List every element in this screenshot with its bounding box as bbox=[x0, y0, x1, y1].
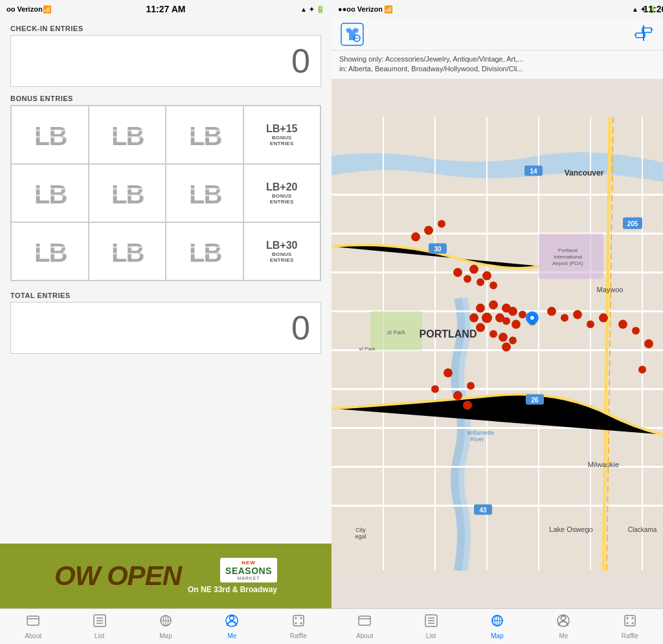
svg-point-121 bbox=[502, 317, 510, 325]
bonus-cell-1-2[interactable]: LB bbox=[89, 106, 166, 164]
tab-map-left[interactable]: Map bbox=[133, 614, 199, 639]
tab-raffle-left[interactable]: Raffle bbox=[265, 614, 332, 639]
svg-text:Vancouver: Vancouver bbox=[565, 168, 604, 177]
svg-point-159 bbox=[631, 617, 633, 619]
tab-bar-left: About List Map Me Raffle bbox=[0, 608, 332, 644]
svg-rect-145 bbox=[359, 616, 370, 625]
check-in-value: 0 bbox=[291, 41, 310, 80]
tab-about-right[interactable]: About bbox=[332, 614, 398, 639]
svg-rect-36 bbox=[186, 253, 223, 255]
me-icon-right bbox=[556, 614, 570, 631]
new-seasons-badge: NEW SEASONS MARKET bbox=[220, 558, 277, 582]
svg-point-125 bbox=[476, 323, 485, 332]
svg-point-117 bbox=[482, 312, 492, 323]
svg-text:30: 30 bbox=[434, 245, 442, 252]
badge-market: MARKET bbox=[225, 576, 272, 581]
tab-about-label-right: About bbox=[356, 632, 373, 639]
map-icon-right bbox=[490, 614, 504, 631]
about-icon-right bbox=[357, 614, 372, 631]
svg-point-115 bbox=[469, 313, 478, 322]
svg-rect-32 bbox=[109, 253, 145, 255]
check-in-box: 0 bbox=[10, 35, 321, 87]
map-nav-icon[interactable] bbox=[632, 21, 655, 47]
tab-me-right[interactable]: Me bbox=[530, 614, 596, 639]
svg-text:Milwaukie: Milwaukie bbox=[588, 460, 619, 468]
badge-seasons: SEASONS bbox=[225, 566, 272, 576]
svg-point-109 bbox=[453, 268, 462, 277]
svg-rect-4 bbox=[49, 122, 51, 148]
bonus-cell-2-3[interactable]: LB bbox=[166, 164, 243, 222]
svg-point-140 bbox=[463, 400, 472, 409]
bonus-label-2: LB+20 BONUSENTRIES bbox=[243, 164, 321, 222]
bonus-cell-3-2[interactable]: LB bbox=[89, 222, 166, 281]
svg-text:26: 26 bbox=[531, 396, 539, 403]
status-bar-right: ●●oo Verizon 📶 11:26 AM ▲ ✦ 🔋 bbox=[332, 0, 663, 18]
map-container[interactable]: 14 30 26 205 43 st Park Portland Interna… bbox=[332, 79, 663, 608]
map-header bbox=[332, 18, 663, 51]
check-in-label: CHECK-IN ENTRIES bbox=[10, 25, 321, 32]
nav-icon-left: ▲ bbox=[300, 6, 307, 13]
bonus-label-3: LB+30 BONUSENTRIES bbox=[243, 222, 321, 281]
svg-text:14: 14 bbox=[530, 167, 537, 174]
wifi-icon-left: 📶 bbox=[43, 5, 52, 14]
tab-about-left[interactable]: About bbox=[0, 614, 66, 639]
svg-rect-27 bbox=[32, 246, 68, 248]
banner: OW OPEN NEW SEASONS MARKET On NE 33rd & … bbox=[0, 544, 332, 608]
svg-rect-157 bbox=[625, 615, 635, 626]
svg-text:43: 43 bbox=[479, 506, 487, 513]
bonus-section: BONUS ENTRIES LB bbox=[10, 95, 321, 281]
tab-list-left[interactable]: List bbox=[66, 614, 132, 639]
svg-rect-28 bbox=[32, 253, 68, 255]
tab-raffle-label-left: Raffle bbox=[290, 632, 307, 639]
tab-bar-right: About List Map Me Raffle bbox=[332, 608, 663, 644]
svg-text:International: International bbox=[554, 253, 582, 259]
bonus-cell-1-1[interactable]: LB bbox=[11, 106, 89, 164]
tab-raffle-right[interactable]: Raffle bbox=[597, 614, 663, 639]
svg-point-105 bbox=[530, 316, 534, 319]
svg-rect-23 bbox=[186, 188, 223, 190]
raffle-icon-left bbox=[291, 614, 306, 631]
svg-point-158 bbox=[626, 617, 628, 619]
svg-rect-15 bbox=[32, 188, 68, 190]
svg-point-128 bbox=[502, 342, 511, 351]
bonus-cell-1-3[interactable]: LB bbox=[166, 106, 243, 164]
svg-point-160 bbox=[626, 623, 628, 625]
bonus-grid: LB LB bbox=[10, 105, 321, 281]
svg-rect-16 bbox=[32, 194, 68, 196]
svg-rect-8 bbox=[109, 136, 145, 138]
time-right: 11:26 AM bbox=[644, 4, 663, 14]
tab-list-right[interactable]: List bbox=[398, 614, 464, 639]
nav-icon-right: ▲ bbox=[632, 6, 638, 13]
svg-point-144 bbox=[529, 323, 535, 325]
svg-point-143 bbox=[638, 365, 646, 373]
tab-raffle-label-right: Raffle bbox=[622, 632, 638, 639]
svg-point-51 bbox=[300, 617, 302, 619]
svg-point-123 bbox=[511, 319, 521, 328]
bonus-cell-3-3[interactable]: LB bbox=[166, 222, 243, 281]
svg-point-133 bbox=[587, 320, 594, 328]
svg-point-139 bbox=[453, 391, 462, 400]
svg-rect-7 bbox=[109, 130, 145, 132]
svg-rect-12 bbox=[186, 136, 223, 138]
bonus-cell-2-1[interactable]: LB bbox=[11, 164, 89, 222]
bonus-label-1: LB+15 BONUSENTRIES bbox=[243, 106, 321, 164]
bonus-cell-2-2[interactable]: LB bbox=[89, 164, 166, 222]
filter-button[interactable] bbox=[339, 21, 365, 47]
carrier-right: ●●oo Verizon bbox=[338, 5, 383, 13]
svg-point-53 bbox=[300, 623, 302, 625]
svg-point-141 bbox=[467, 382, 475, 389]
svg-rect-37 bbox=[27, 616, 39, 625]
svg-point-126 bbox=[489, 330, 497, 338]
tab-map-label-left: Map bbox=[159, 632, 172, 639]
svg-text:st Park: st Park bbox=[387, 328, 406, 335]
list-icon-right bbox=[424, 614, 438, 631]
svg-point-108 bbox=[438, 220, 445, 227]
tab-me-left[interactable]: Me bbox=[199, 614, 265, 639]
tab-me-label-right: Me bbox=[559, 632, 568, 639]
bonus-cell-3-1[interactable]: LB bbox=[11, 222, 89, 281]
svg-point-137 bbox=[444, 368, 453, 377]
tab-map-right[interactable]: Map bbox=[464, 614, 530, 639]
svg-text:Lake Oswego: Lake Oswego bbox=[549, 525, 592, 533]
bt-icon-left: ✦ bbox=[309, 6, 314, 13]
svg-point-113 bbox=[482, 271, 491, 280]
